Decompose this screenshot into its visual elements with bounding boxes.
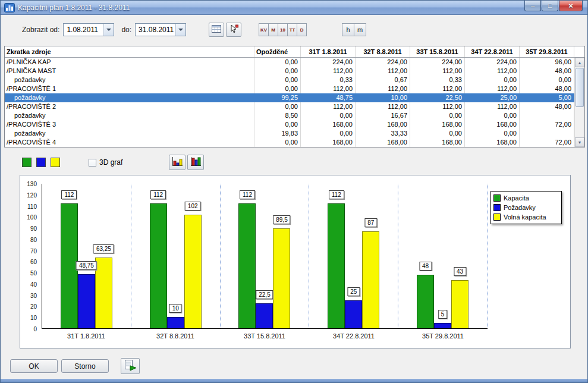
period-kv-button[interactable]: KV	[259, 23, 269, 36]
table-row[interactable]: /PRACOVIŠTĚ 20,00112,00112,00112,00112,0…	[5, 102, 584, 111]
vertical-scrollbar[interactable]: ▲ ▼	[574, 58, 584, 147]
column-header-week-34[interactable]: 34T 22.8.2011	[465, 46, 520, 57]
value-cell: 112,00	[356, 67, 410, 76]
bar-kapacita[interactable]	[150, 203, 167, 328]
bar-pozadavky[interactable]	[167, 317, 184, 328]
date-from-dropdown-button[interactable]	[103, 24, 114, 36]
value-cell: 25,00	[465, 93, 520, 102]
value-cell: 48,00	[520, 102, 574, 111]
table-row[interactable]: požadavky99,2548,7510,0022,5025,005,00	[5, 93, 584, 102]
checkbox-box[interactable]	[89, 159, 96, 167]
unit-hours-button[interactable]: h	[342, 23, 354, 36]
value-cell: 33,33	[356, 129, 410, 138]
legend-swatch[interactable]	[22, 158, 32, 167]
value-cell: 0,00	[410, 129, 465, 138]
date-from-combo[interactable]: 1.08.2011	[63, 23, 114, 36]
date-to-combo[interactable]: 31.08.2011	[135, 23, 186, 36]
bar-kapacita[interactable]	[238, 203, 256, 328]
period-day-button[interactable]: D	[297, 23, 307, 36]
bar-value-label: 5	[438, 310, 448, 319]
legend-swatch[interactable]	[51, 158, 60, 167]
table-row[interactable]: /PLNIČKA KAP0,00224,00224,00224,00224,00…	[5, 58, 584, 67]
value-cell: 168,00	[465, 138, 520, 147]
column-header-delayed[interactable]: Opožděné	[254, 46, 301, 57]
excel-export-icon	[124, 359, 137, 373]
value-cell: 168,00	[410, 138, 465, 147]
bar-value-label: 48	[419, 262, 432, 271]
3d-graph-checkbox[interactable]: 3D graf	[89, 158, 122, 167]
chart-type-large-button[interactable]	[187, 155, 204, 170]
window: Kapacitní plán 1.8.2011 - 31.8.2011 – □ …	[0, 0, 588, 383]
period-decade-button[interactable]: 10	[278, 23, 288, 36]
bar-value-label: 43	[454, 267, 466, 276]
value-cell: 112,00	[301, 67, 356, 76]
y-tick-label: 50	[30, 270, 37, 277]
bar-kapacita[interactable]	[61, 203, 78, 328]
column-header-week-31[interactable]: 31T 1.8.2011	[301, 46, 356, 57]
plot-area: 11248,7563,251121010211222,589,511225874…	[42, 184, 488, 329]
table-row[interactable]: požadavky0,000,330,670,330,000,00	[5, 76, 584, 84]
table-row[interactable]: /PRACOVIŠTĚ 40,00168,00168,00168,00168,0…	[5, 138, 584, 147]
bar-pozadavky[interactable]	[345, 300, 362, 328]
value-cell: 22,50	[410, 93, 465, 102]
bar-volna-kapacita[interactable]	[273, 228, 290, 328]
table-row[interactable]: /PRACOVIŠTĚ 30,00168,00168,00168,00168,0…	[5, 120, 584, 129]
pointer-tool-button[interactable]	[226, 23, 241, 37]
scroll-up-icon: ▲	[578, 61, 582, 65]
export-excel-button[interactable]	[121, 358, 140, 374]
scrollbar-thumb[interactable]	[576, 68, 584, 107]
value-cell: 16,67	[356, 111, 410, 120]
bar-value-label: 89,5	[273, 215, 290, 224]
period-month-button[interactable]: M	[268, 23, 278, 36]
column-header-week-35[interactable]: 35T 29.8.2011	[520, 46, 574, 57]
legend-label: Volná kapacita	[504, 214, 546, 221]
value-cell: 0,00	[465, 111, 520, 120]
recalculate-button[interactable]	[209, 23, 224, 37]
column-header-resource[interactable]: Zkratka zdroje	[5, 46, 254, 57]
date-to-dropdown-button[interactable]	[175, 24, 185, 36]
table-row[interactable]: požadavky8,500,0016,670,000,00	[5, 111, 584, 120]
legend-swatch[interactable]	[36, 158, 46, 167]
bar-volna-kapacita[interactable]	[362, 231, 379, 328]
minimize-button[interactable]: –	[524, 1, 541, 11]
value-cell: 0,00	[301, 129, 356, 138]
bar-pozadavky[interactable]	[78, 274, 95, 329]
legend-color-swatch	[493, 214, 501, 221]
table-body: /PLNIČKA KAP0,00224,00224,00224,00224,00…	[5, 58, 584, 147]
bar-volna-kapacita[interactable]	[451, 280, 468, 328]
chart-type-small-button[interactable]	[169, 155, 185, 170]
bar-pozadavky[interactable]	[434, 323, 451, 328]
table-row[interactable]: /PRACOVIŠTĚ 10,00112,00112,00112,00112,0…	[5, 84, 584, 93]
bar-kapacita[interactable]	[417, 275, 434, 328]
legend-label: Požadavky	[504, 204, 536, 211]
bar-slot: 87	[362, 184, 379, 328]
table-row[interactable]: /PLNIČKA MAST0,00112,00112,00112,00112,0…	[5, 67, 584, 76]
value-cell: 72,00	[520, 120, 574, 129]
value-cell: 0,00	[254, 120, 301, 129]
period-week-button[interactable]: TT	[287, 23, 297, 36]
bar-kapacita[interactable]	[328, 203, 345, 328]
bar-slot: 48	[417, 184, 434, 328]
bar-group: 1122587	[309, 184, 398, 328]
value-cell: 72,00	[520, 138, 574, 147]
table-row[interactable]: požadavky19,830,0033,330,000,00	[5, 129, 584, 138]
column-header-week-32[interactable]: 32T 8.8.2011	[356, 46, 410, 57]
ok-button[interactable]: OK	[10, 359, 58, 373]
maximize-button[interactable]: □	[542, 1, 558, 11]
scroll-down-button[interactable]: ▼	[575, 137, 584, 147]
bar-volna-kapacita[interactable]	[184, 215, 202, 328]
value-cell: 0,33	[410, 76, 465, 84]
minimize-icon: –	[531, 2, 534, 9]
column-header-week-33[interactable]: 33T 15.8.2011	[410, 46, 465, 57]
value-cell: 5,00	[520, 93, 574, 102]
unit-minutes-button[interactable]: m	[354, 23, 366, 36]
storno-button[interactable]: Storno	[61, 359, 109, 373]
cursor-icon	[229, 24, 238, 35]
bar-value-label: 112	[61, 190, 77, 199]
bar-value-label: 87	[364, 218, 377, 227]
bar-volna-kapacita[interactable]	[95, 258, 112, 328]
close-button[interactable]: ×	[559, 1, 583, 11]
bar-pozadavky[interactable]	[256, 303, 273, 328]
y-tick-label: 30	[30, 292, 37, 299]
scroll-up-button[interactable]: ▲	[575, 58, 584, 67]
